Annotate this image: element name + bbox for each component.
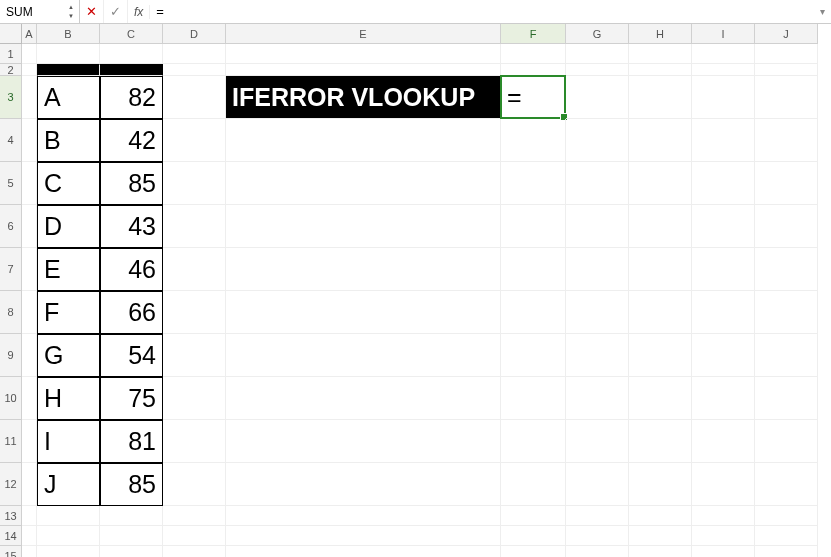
cell-i9[interactable] bbox=[692, 334, 755, 377]
table-cell-value[interactable]: 85 bbox=[100, 162, 163, 205]
table-cell-value[interactable]: 46 bbox=[100, 248, 163, 291]
cell-g2[interactable] bbox=[566, 64, 629, 76]
cell-f11[interactable] bbox=[501, 420, 566, 463]
cell-d9[interactable] bbox=[163, 334, 226, 377]
row-header-10[interactable]: 10 bbox=[0, 377, 22, 420]
cell-j1[interactable] bbox=[755, 44, 818, 64]
cell-j4[interactable] bbox=[755, 119, 818, 162]
cell-g10[interactable] bbox=[566, 377, 629, 420]
cell-i6[interactable] bbox=[692, 205, 755, 248]
cell-f6[interactable] bbox=[501, 205, 566, 248]
table-cell-value[interactable]: 42 bbox=[100, 119, 163, 162]
active-cell[interactable]: = bbox=[501, 76, 566, 119]
cell-i15[interactable] bbox=[692, 546, 755, 557]
cell-g6[interactable] bbox=[566, 205, 629, 248]
cell-i4[interactable] bbox=[692, 119, 755, 162]
cell-e4[interactable] bbox=[226, 119, 501, 162]
cell-d3[interactable] bbox=[163, 76, 226, 119]
cell-a15[interactable] bbox=[22, 546, 37, 557]
table-cell-letter[interactable]: G bbox=[37, 334, 100, 377]
column-header-a[interactable]: A bbox=[22, 24, 37, 44]
cell-f1[interactable] bbox=[501, 44, 566, 64]
cell-e14[interactable] bbox=[226, 526, 501, 546]
column-header-i[interactable]: I bbox=[692, 24, 755, 44]
cell-i13[interactable] bbox=[692, 506, 755, 526]
cell-f12[interactable] bbox=[501, 463, 566, 506]
cell-i7[interactable] bbox=[692, 248, 755, 291]
formula-input[interactable]: = bbox=[150, 4, 813, 19]
cell-a5[interactable] bbox=[22, 162, 37, 205]
cell-g3[interactable] bbox=[566, 76, 629, 119]
cell-c2[interactable] bbox=[100, 64, 163, 76]
table-cell-letter[interactable]: H bbox=[37, 377, 100, 420]
cell-d2[interactable] bbox=[163, 64, 226, 76]
cell-f7[interactable] bbox=[501, 248, 566, 291]
cell-e6[interactable] bbox=[226, 205, 501, 248]
row-header-4[interactable]: 4 bbox=[0, 119, 22, 162]
cell-i3[interactable] bbox=[692, 76, 755, 119]
cell-e13[interactable] bbox=[226, 506, 501, 526]
cell-f10[interactable] bbox=[501, 377, 566, 420]
table-cell-letter[interactable]: C bbox=[37, 162, 100, 205]
cell-j6[interactable] bbox=[755, 205, 818, 248]
cell-d10[interactable] bbox=[163, 377, 226, 420]
cancel-button[interactable]: ✕ bbox=[80, 0, 104, 23]
cell-j15[interactable] bbox=[755, 546, 818, 557]
cell-h1[interactable] bbox=[629, 44, 692, 64]
cell-j7[interactable] bbox=[755, 248, 818, 291]
cell-i14[interactable] bbox=[692, 526, 755, 546]
cell-c1[interactable] bbox=[100, 44, 163, 64]
table-cell-value[interactable]: 75 bbox=[100, 377, 163, 420]
cell-e8[interactable] bbox=[226, 291, 501, 334]
expand-formula-bar-icon[interactable]: ▾ bbox=[813, 6, 831, 17]
cell-g13[interactable] bbox=[566, 506, 629, 526]
table-cell-letter[interactable]: D bbox=[37, 205, 100, 248]
cell-a9[interactable] bbox=[22, 334, 37, 377]
cell-b2[interactable] bbox=[37, 64, 100, 76]
cell-a6[interactable] bbox=[22, 205, 37, 248]
row-header-3[interactable]: 3 bbox=[0, 76, 22, 119]
cell-j12[interactable] bbox=[755, 463, 818, 506]
spreadsheet-grid[interactable]: ABCDEFGHIJ123A82IFERROR VLOOKUP=4B425C85… bbox=[0, 24, 831, 557]
column-header-g[interactable]: G bbox=[566, 24, 629, 44]
cell-f9[interactable] bbox=[501, 334, 566, 377]
cell-j11[interactable] bbox=[755, 420, 818, 463]
cell-i12[interactable] bbox=[692, 463, 755, 506]
cell-j13[interactable] bbox=[755, 506, 818, 526]
chevron-up-icon[interactable]: ▲ bbox=[65, 3, 77, 12]
cell-d13[interactable] bbox=[163, 506, 226, 526]
table-cell-letter[interactable]: J bbox=[37, 463, 100, 506]
column-header-d[interactable]: D bbox=[163, 24, 226, 44]
table-cell-value[interactable]: 54 bbox=[100, 334, 163, 377]
row-header-12[interactable]: 12 bbox=[0, 463, 22, 506]
cell-h13[interactable] bbox=[629, 506, 692, 526]
table-cell-value[interactable]: 43 bbox=[100, 205, 163, 248]
cell-g14[interactable] bbox=[566, 526, 629, 546]
cell-a10[interactable] bbox=[22, 377, 37, 420]
cell-i1[interactable] bbox=[692, 44, 755, 64]
cell-d12[interactable] bbox=[163, 463, 226, 506]
select-all-corner[interactable] bbox=[0, 24, 22, 44]
cell-j2[interactable] bbox=[755, 64, 818, 76]
cell-e7[interactable] bbox=[226, 248, 501, 291]
row-header-15[interactable]: 15 bbox=[0, 546, 22, 557]
cell-g12[interactable] bbox=[566, 463, 629, 506]
cell-b13[interactable] bbox=[37, 506, 100, 526]
table-cell-letter[interactable]: I bbox=[37, 420, 100, 463]
cell-g7[interactable] bbox=[566, 248, 629, 291]
column-header-h[interactable]: H bbox=[629, 24, 692, 44]
cell-i8[interactable] bbox=[692, 291, 755, 334]
column-header-c[interactable]: C bbox=[100, 24, 163, 44]
cell-b1[interactable] bbox=[37, 44, 100, 64]
cell-a7[interactable] bbox=[22, 248, 37, 291]
cell-h12[interactable] bbox=[629, 463, 692, 506]
cell-g9[interactable] bbox=[566, 334, 629, 377]
cell-h11[interactable] bbox=[629, 420, 692, 463]
cell-a12[interactable] bbox=[22, 463, 37, 506]
table-cell-value[interactable]: 85 bbox=[100, 463, 163, 506]
cell-d7[interactable] bbox=[163, 248, 226, 291]
cell-g11[interactable] bbox=[566, 420, 629, 463]
row-header-6[interactable]: 6 bbox=[0, 205, 22, 248]
cell-h10[interactable] bbox=[629, 377, 692, 420]
cell-c15[interactable] bbox=[100, 546, 163, 557]
